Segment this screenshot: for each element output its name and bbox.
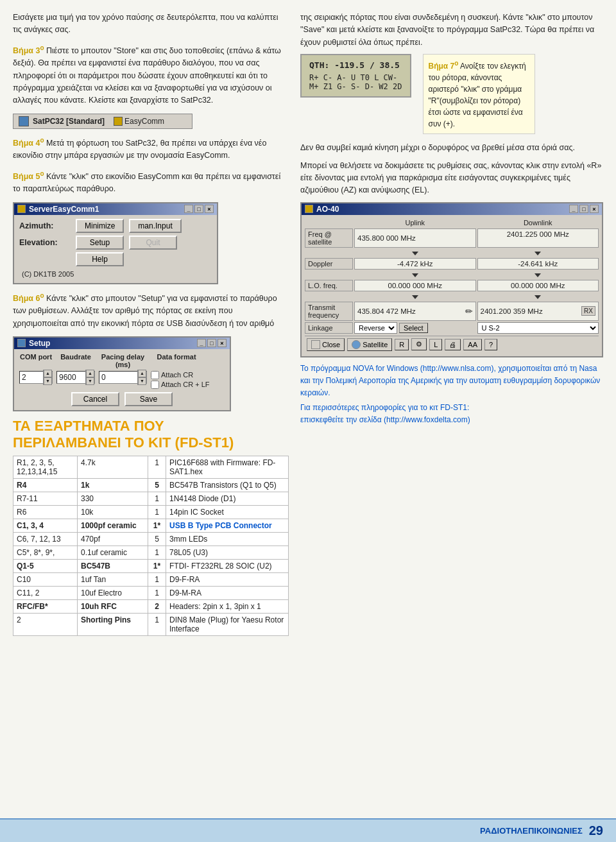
setup-button[interactable]: Setup [76,236,124,250]
close-btn[interactable]: Close [307,338,345,351]
satpc32-icon [19,116,29,126]
attach-cr-checkbox[interactable]: Attach CR [151,371,212,379]
win-restore-btn[interactable]: □ [194,205,203,213]
right-column: της σειριακής πόρτας που είναι συνδεδεμέ… [300,12,603,812]
cancel-button[interactable]: Cancel [71,392,119,406]
part-value: Shorting Pins [78,613,148,635]
setup-body: COM port Baudrate Pacing delay (ms) Data… [14,349,230,410]
part-qty: 1 [148,456,166,478]
up-freq-sat: 435.800 000 MHz [354,228,476,248]
step4-text: Βήμα 4ο Μετά τη φόρτωση του SatPc32, θα … [13,135,289,162]
qth-box: QTH: -119.5 / 38.5 R+ C- A- U T0 L CW- M… [300,54,411,137]
part-ref: R7-11 [13,492,78,505]
part-desc: 14pin IC Socket [166,505,289,519]
up-arrow3 [354,293,476,300]
qth-line1: QTH: -119.5 / 38.5 [309,60,402,70]
part-ref: 2 [13,613,78,635]
part-desc: DIN8 Male (Plug) for Yaesu Rotor Interfa… [166,613,289,635]
save-button[interactable]: Save [124,392,173,406]
part-qty: 1 [148,613,166,635]
win-close-btn[interactable]: × [205,205,214,213]
baudrate-down[interactable]: ▼ [86,377,94,385]
linkage-select[interactable]: Reverse [354,322,397,334]
rx-label: RX [581,306,595,316]
taskbar-label: SatPC32 [Standard] [33,117,105,126]
transmit-edit-icon[interactable]: ✏ [465,306,473,316]
step3-text: Βήμα 3ο Πιέστε το μπουτον "Store" και στ… [13,43,289,107]
footer-label: ΡΑΔΙΟΤΗΛΕΠΙΚΟΙΝΩΝΙΕΣ [480,826,583,836]
print-btn[interactable]: 🖨 [445,339,461,350]
comport-spinbox[interactable]: 2 ▲ ▼ [19,371,53,384]
pacing-spinbox[interactable]: 0 ▲ ▼ [99,371,147,384]
part-desc: 78L05 (U3) [166,546,289,559]
setup-icon [17,339,26,347]
setup-win-close[interactable]: × [218,339,227,347]
ao40-win-controls: _ □ × [569,205,599,213]
gear-btn[interactable]: ⚙ [411,338,427,350]
setup-win-controls: _ □ × [197,339,227,347]
select-button[interactable]: Select [399,323,428,333]
ao40-body: Uplink Downlink Freq @satellite 435.800 … [302,215,602,356]
us2-area: U S-2 [477,322,599,334]
minimize-button[interactable]: Minimize [76,219,124,233]
setup-titlebar: Setup _ □ × [14,338,230,349]
us2-select[interactable]: U S-2 [477,322,599,334]
baudrate-arrows[interactable]: ▲ ▼ [85,370,94,385]
page: Εισάγετε μια τιμή για τον χρόνο παύσης σ… [0,0,616,842]
part-qty: 2 [148,599,166,613]
arrow-row3 [305,293,599,300]
setup-win-minimize[interactable]: _ [197,339,206,347]
table-row: R1, 2, 3, 5, 12,13,14,154.7k1PIC16F688 w… [13,456,289,478]
ao40-win-restore[interactable]: □ [579,205,588,213]
part-ref: C11, 2 [13,586,78,599]
close-icon [311,340,320,349]
win-minimize-btn[interactable]: _ [184,205,193,213]
server-icon [17,205,26,213]
r-btn[interactable]: R [395,339,409,350]
attach-crlf-checkbox[interactable]: Attach CR + LF [151,381,212,389]
aa-btn[interactable]: AA [463,339,482,350]
ao40-icon [305,205,313,213]
right-para2: Δεν θα συμβεί καμιά κίνηση μέχρι ο δορυφ… [300,142,603,154]
section-heading: ΤΑ ΕΞΑΡΤΗΜΑΤΑ ΠΟΥ ΠΕΡΙΛΑΜΒΑΝΕΙ ΤΟ ΚΙΤ (F… [13,418,289,452]
pacing-up[interactable]: ▲ [138,370,146,377]
comport-arrows[interactable]: ▲ ▼ [43,370,52,385]
setup-win-restore[interactable]: □ [207,339,216,347]
server-easycomm-titlebar: ServerEasyComm1 _ □ × [14,203,217,215]
azimuth-row: Azimuth: Minimize man.Input [19,219,212,233]
up-arrow [354,249,476,257]
ao40-win-minimize[interactable]: _ [569,205,578,213]
baudrate-up[interactable]: ▲ [86,370,94,377]
comport-up[interactable]: ▲ [44,370,52,377]
attach-cr-input[interactable] [151,371,159,379]
quit-button[interactable]: Quit [129,236,177,250]
azimuth-label: Azimuth: [19,221,71,230]
uplink-header: Uplink [354,218,476,227]
satellite-btn[interactable]: Satellite [347,338,392,351]
attach-crlf-input[interactable] [151,381,159,389]
qth-display: QTH: -119.5 / 38.5 R+ C- A- U T0 L CW- M… [300,54,411,98]
server-easycomm-window: ServerEasyComm1 _ □ × Azimuth: Minimize … [13,202,218,284]
right-para3: Μπορεί να θελήσετε να δοκιμάσετε τις ρυθ… [300,160,603,197]
help-button[interactable]: Help [76,252,124,266]
ao40-win-close[interactable]: × [590,205,599,213]
part-ref: C6, 7, 12, 13 [13,532,78,546]
comport-col-header: COM port [19,353,53,361]
pacing-down[interactable]: ▼ [138,377,146,385]
part-ref: C10 [13,572,78,586]
pacing-arrows[interactable]: ▲ ▼ [137,370,146,385]
comport-value: 2 [20,373,43,382]
l-btn[interactable]: L [429,339,442,350]
comport-down[interactable]: ▼ [44,377,52,385]
part-value: 330 [78,492,148,505]
setup-values-row: 2 ▲ ▼ 9600 ▲ ▼ [19,371,225,389]
man-input-button[interactable]: man.Input [129,219,181,233]
ao40-window: AO-40 _ □ × Uplink Downlink [300,202,603,357]
baudrate-spinbox[interactable]: 9600 ▲ ▼ [56,371,95,384]
easycomm-icon [114,117,123,126]
help-btn[interactable]: ? [484,339,497,350]
parts-table: R1, 2, 3, 5, 12,13,14,154.7k1PIC16F688 w… [13,456,289,636]
down-transmit: 2401.200 359 MHz RX [477,302,599,321]
baudrate-value: 9600 [57,373,85,382]
intro-para: Εισάγετε μια τιμή για τον χρόνο παύσης σ… [13,12,289,37]
